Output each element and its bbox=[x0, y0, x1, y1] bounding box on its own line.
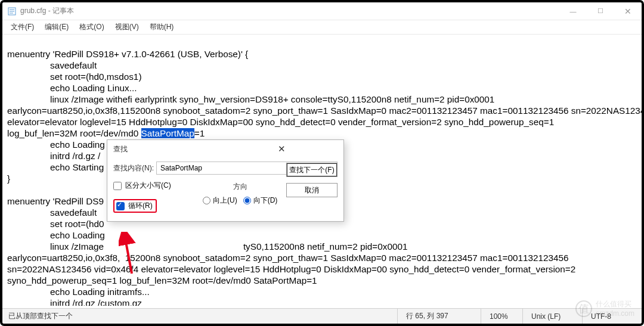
match-case-label: 区分大小写(C) bbox=[125, 181, 171, 191]
menu-view[interactable]: 视图(V) bbox=[110, 21, 144, 33]
cancel-button[interactable]: 取消 bbox=[286, 183, 338, 197]
text-line: savedefault bbox=[50, 207, 97, 218]
window-title: grub.cfg - 记事本 bbox=[20, 6, 559, 16]
window-titlebar: grub.cfg - 记事本 — ☐ ✕ bbox=[2, 2, 642, 20]
text-line: set root=(hd0,msdos1) bbox=[50, 72, 141, 82]
status-eol: Unix (LF) bbox=[522, 309, 582, 324]
find-dialog: 查找 ✕ 查找内容(N): 区分大小写(C) 循环(R) 方向 向上(U) 向下… bbox=[107, 139, 344, 222]
text-line: earlycon=uart8250,io,0x3f8, bbox=[7, 253, 120, 263]
close-button[interactable]: ✕ bbox=[614, 2, 642, 20]
status-bar: 已从顶部查找下一个 行 65, 列 397 100% Unix (LF) UTF… bbox=[2, 308, 642, 324]
text-line: set root=(hd0 bbox=[50, 219, 104, 229]
menu-help[interactable]: 帮助(H) bbox=[145, 21, 179, 33]
text-line: syno_hdd_powerup_seq=1 log_buf_len=32M r… bbox=[7, 275, 317, 285]
wrap-highlight-box: 循环(R) bbox=[113, 199, 157, 213]
wrap-around-checkbox[interactable] bbox=[116, 202, 125, 210]
status-encoding: UTF-8 bbox=[582, 309, 642, 324]
match-case-checkbox[interactable] bbox=[113, 182, 122, 190]
text-line: tyS0,115200n8 netif_num=2 pid=0x0001 bbox=[243, 241, 408, 252]
text-line: 15200n8 synoboot_satadom=2 syno_port_tha… bbox=[125, 253, 569, 263]
text-line: menuentry 'RedPill DS918+ v7.1.0-42661 (… bbox=[7, 49, 248, 59]
text-line: linux /zImage bbox=[50, 241, 104, 252]
text-line: echo Loading Linux... bbox=[50, 83, 137, 93]
status-position: 行 65, 列 397 bbox=[397, 309, 481, 324]
find-next-button[interactable]: 查找下一个(F) bbox=[286, 163, 338, 177]
menu-edit[interactable]: 编辑(E) bbox=[40, 21, 73, 33]
text-line: linux /zImage withefi earlyprintk syno_h… bbox=[50, 94, 494, 104]
direction-up-option[interactable]: 向上(U) bbox=[203, 195, 237, 206]
text-line: echo Loading bbox=[50, 230, 105, 240]
text-line: } bbox=[7, 173, 10, 184]
maximize-button[interactable]: ☐ bbox=[587, 2, 614, 20]
direction-label: 方向 bbox=[203, 182, 277, 192]
text-line: log_buf_len=32M root=/dev/md0 bbox=[7, 128, 141, 138]
dialog-titlebar[interactable]: 查找 ✕ bbox=[107, 140, 343, 158]
text-line: sn=2022NAS123456 vid=0x46f4 elevator=ele… bbox=[7, 264, 575, 274]
minimize-button[interactable]: — bbox=[559, 2, 587, 20]
window-buttons: — ☐ ✕ bbox=[559, 2, 642, 20]
highlighted-text: SataPortMap bbox=[141, 128, 194, 138]
wrap-around-label: 循环(R) bbox=[128, 201, 153, 211]
direction-down-radio[interactable] bbox=[243, 197, 251, 204]
menu-bar: 文件(F) 编辑(E) 格式(O) 视图(V) 帮助(H) bbox=[2, 20, 642, 35]
menu-file[interactable]: 文件(F) bbox=[6, 21, 39, 33]
text-line: initrd /rd.gz /custom.gz bbox=[50, 298, 142, 306]
find-content-label: 查找内容(N): bbox=[113, 163, 156, 173]
text-line: menuentry 'RedPill DS9 bbox=[7, 196, 104, 206]
text-line: echo Loading initramfs... bbox=[50, 287, 150, 297]
text-line: echo Starting bbox=[50, 162, 104, 172]
text-line: elevator=elevator loglevel=15 HddHotplug… bbox=[7, 117, 554, 127]
direction-down-option[interactable]: 向下(D) bbox=[243, 195, 278, 206]
text-line: =1 bbox=[194, 128, 205, 138]
dialog-close-button[interactable]: ✕ bbox=[225, 144, 338, 154]
text-line: savedefault bbox=[50, 60, 97, 70]
status-message: 已从顶部查找下一个 bbox=[2, 309, 397, 324]
menu-format[interactable]: 格式(O) bbox=[75, 21, 109, 33]
status-zoom: 100% bbox=[481, 309, 522, 324]
dialog-title: 查找 bbox=[113, 144, 225, 154]
direction-up-radio[interactable] bbox=[203, 197, 210, 204]
text-line: earlycon=uart8250,io,0x3f8,115200n8 syno… bbox=[7, 105, 642, 116]
app-icon bbox=[7, 7, 17, 16]
text-line: initrd /rd.gz / bbox=[50, 151, 100, 161]
